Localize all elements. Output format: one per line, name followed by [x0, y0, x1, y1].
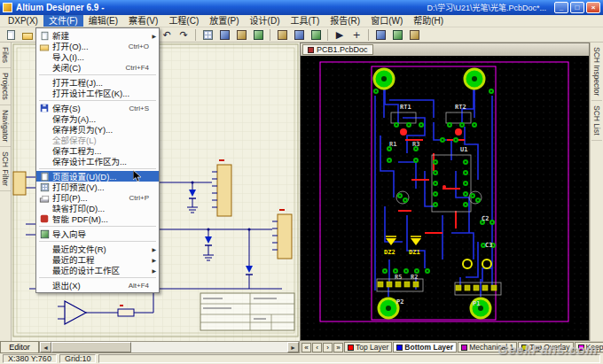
- new-document-button[interactable]: [3, 28, 19, 42]
- panel-tab-sch-list[interactable]: SCH List: [591, 101, 602, 141]
- pcb-label-P2: P2: [396, 298, 403, 306]
- left-panel-strip: FilesProjectsNavigatorSCH Filter: [0, 43, 12, 341]
- blank-icon: [38, 204, 51, 213]
- minimize-button[interactable]: _: [554, 2, 568, 13]
- menubar-item[interactable]: 放置(P): [204, 15, 244, 27]
- watermark: GeekFans.com: [497, 342, 598, 357]
- redo-button[interactable]: ↷: [176, 28, 192, 42]
- menubar-item[interactable]: 报告(R): [325, 15, 365, 27]
- layer-nav-icon-2[interactable]: ›: [323, 343, 333, 352]
- board-view-button[interactable]: [372, 28, 388, 42]
- menu-item-label: 保存设计工作区为...: [52, 155, 145, 167]
- place-part-button[interactable]: [250, 28, 266, 42]
- blank-icon: [38, 136, 51, 145]
- scroll-right-icon[interactable]: ►: [287, 342, 299, 352]
- pcb-canvas[interactable]: RT1RT2R1R3U1C2C3DZ2DZ1R5R2P2P1: [301, 56, 589, 340]
- panel-tab-files[interactable]: Files: [0, 43, 11, 68]
- scroll-left-icon[interactable]: ◄: [40, 342, 51, 352]
- layer-nav-icon-1[interactable]: ‹: [312, 343, 322, 352]
- gen2-icon: [38, 229, 51, 239]
- file-menu-item[interactable]: 导入向导: [36, 228, 159, 239]
- filter-icon: [278, 30, 287, 40]
- file-menu-item[interactable]: 关闭(C)Ctrl+F4: [36, 62, 159, 73]
- menubar-item[interactable]: 察看(V): [123, 15, 163, 27]
- layer-color-swatch: [396, 345, 403, 351]
- menu-separator: [39, 241, 156, 242]
- scrollbar-thumb[interactable]: [51, 342, 131, 352]
- grid-icon: [38, 182, 51, 192]
- panel-tab-sch-filter[interactable]: SCH Filter: [0, 147, 11, 191]
- layer-tab-label: Top Layer: [356, 343, 388, 352]
- open-document-button[interactable]: [20, 28, 35, 42]
- pcb-label-R1: R1: [389, 141, 396, 148]
- file-menu-item[interactable]: 保存设计工作区为...: [36, 156, 159, 167]
- menu-item-shortcut: Alt+F4: [129, 282, 149, 290]
- open-document-icon: [22, 33, 33, 40]
- blank-icon: [38, 266, 51, 275]
- cross-probe-button[interactable]: [291, 28, 307, 42]
- layer-config-icon: [393, 30, 403, 40]
- layer-nav-icon-3[interactable]: »: [333, 343, 343, 352]
- layer-nav-icon-0[interactable]: «: [302, 343, 311, 352]
- pcb-doc-tab-label: PCB1.PcbDoc: [317, 45, 368, 55]
- place-wire-icon: [220, 30, 230, 40]
- pcb-document-tab[interactable]: PCB1.PcbDoc: [302, 44, 373, 55]
- mask-level-button[interactable]: [308, 28, 324, 42]
- scrollbar-track[interactable]: [131, 342, 287, 352]
- file-menu-item[interactable]: 智能 PDF(M)...: [36, 213, 159, 224]
- pcb-label-U1: U1: [460, 146, 467, 153]
- editor-tab[interactable]: Editor: [0, 341, 39, 353]
- file-menu-item[interactable]: 打开设计工作区(K)...: [36, 88, 159, 98]
- file-menu-item[interactable]: 最近的设计工作区▶: [36, 265, 159, 275]
- file-menu-item[interactable]: 退出(X)Alt+F4: [36, 280, 159, 290]
- pcb-document-panel: PCB1.PcbDoc: [300, 43, 590, 341]
- pdf-glyph: [41, 215, 49, 223]
- menubar-item[interactable]: 文件(F): [43, 15, 83, 27]
- maximize-button[interactable]: □: [570, 2, 584, 13]
- menubar-item[interactable]: 设计(D): [245, 15, 286, 27]
- board-view-icon: [376, 30, 386, 40]
- blank-icon: [38, 146, 51, 156]
- pcb-canvas-svg[interactable]: RT1RT2R1R3U1C2C3DZ2DZ1R5R2P2P1: [301, 56, 589, 340]
- close-button[interactable]: ×: [586, 2, 600, 13]
- design-rules-button[interactable]: [406, 28, 422, 42]
- move-icon: +: [351, 29, 363, 41]
- menu-item-shortcut: Ctrl+S: [129, 105, 149, 112]
- place-bus-button[interactable]: [233, 28, 249, 42]
- file-menu-dropdown: 新建▶打开(O)...Ctrl+O导入(I)...关闭(C)Ctrl+F4打开工…: [35, 27, 160, 293]
- window-title: Altium Designer 6.9 -: [16, 3, 104, 12]
- menu-separator: [39, 226, 156, 227]
- panel-tab-navigator[interactable]: Navigator: [0, 105, 11, 147]
- schematic-hscrollbar[interactable]: ◄ ►: [39, 341, 300, 353]
- select-button[interactable]: ▶: [332, 28, 348, 42]
- page-icon: [38, 172, 51, 182]
- page-icon: [38, 31, 51, 41]
- layer-color-swatch: [348, 345, 354, 351]
- undo-button[interactable]: ↶: [159, 28, 175, 42]
- menubar-item[interactable]: 编辑(E): [83, 15, 123, 27]
- filter-button[interactable]: [274, 28, 290, 42]
- layer-tab-top-layer[interactable]: Top Layer: [344, 342, 392, 352]
- pcb-label-R2: R2: [411, 274, 418, 281]
- layer-tab-bottom-layer[interactable]: Bottom Layer: [393, 342, 457, 352]
- menu-separator: [39, 74, 156, 75]
- layer-config-button[interactable]: [389, 28, 405, 42]
- menubar-item[interactable]: 帮助(H): [408, 15, 449, 27]
- panel-tab-projects[interactable]: Projects: [0, 68, 11, 105]
- place-wire-button[interactable]: [216, 28, 232, 42]
- menubar-item[interactable]: 工程(C): [163, 15, 204, 27]
- select-icon: ▶: [334, 29, 346, 41]
- menubar-item[interactable]: 工具(T): [286, 15, 325, 27]
- new-document-icon: [7, 30, 15, 40]
- move-button[interactable]: +: [348, 28, 364, 42]
- snap-grid-button[interactable]: [200, 28, 215, 42]
- pcb-label-DZ2: DZ2: [384, 249, 395, 256]
- sheet-title-block: [200, 293, 294, 330]
- blank-icon: [38, 281, 51, 290]
- menubar-item[interactable]: 窗口(W): [365, 15, 408, 27]
- menubar-item[interactable]: DXP(X): [3, 15, 43, 27]
- pcb-doc-icon: [308, 47, 314, 53]
- panel-tab-sch-inspector[interactable]: SCH Inspector: [591, 43, 602, 101]
- grid-glyph: [40, 182, 48, 190]
- mouse-cursor: [133, 170, 141, 182]
